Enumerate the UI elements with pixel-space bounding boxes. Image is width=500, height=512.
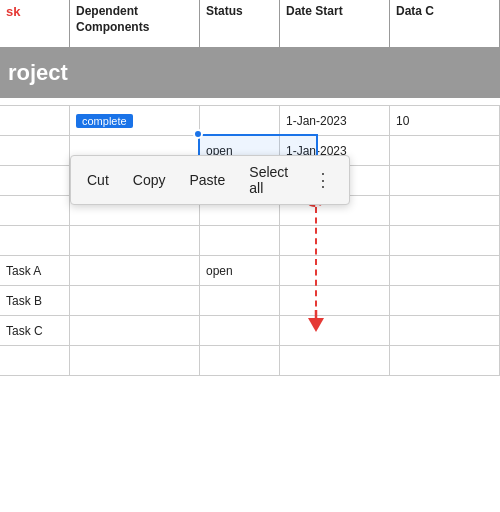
table-row: Task A open <box>0 256 500 286</box>
cell-task-4 <box>0 226 70 255</box>
cell-date-0: 1-Jan-2023 <box>280 106 390 135</box>
cell-date-5 <box>280 256 390 285</box>
cell-status-6 <box>200 286 280 315</box>
cell-dep-6 <box>70 286 200 315</box>
context-menu-cut[interactable]: Cut <box>83 170 113 190</box>
cell-dep-7 <box>70 316 200 345</box>
cell-datac-3 <box>390 196 500 225</box>
main-container: sk Dependent Components Status Date Star… <box>0 0 500 512</box>
col-header-dep: Dependent Components <box>70 0 200 47</box>
cell-status-7 <box>200 316 280 345</box>
context-menu-more-icon[interactable]: ⋮ <box>310 167 337 193</box>
cell-date-4 <box>280 226 390 255</box>
cell-datac-5 <box>390 256 500 285</box>
col-header-datestart: Date Start <box>280 0 390 47</box>
context-menu-bar: Cut Copy Paste Select all ⋮ <box>70 155 350 205</box>
red-arrow-down <box>306 310 326 335</box>
table-row <box>0 226 500 256</box>
cell-dep-5 <box>70 256 200 285</box>
cell-task-0 <box>0 106 70 135</box>
cell-dep-0: complete <box>70 106 200 135</box>
svg-marker-0 <box>308 318 324 332</box>
cell-task-5: Task A <box>0 256 70 285</box>
cell-status-5: open <box>200 256 280 285</box>
cell-status-0 <box>200 106 280 135</box>
col-header-status: Status <box>200 0 280 47</box>
blue-handle-topleft[interactable] <box>193 129 203 139</box>
data-area: complete 1-Jan-2023 10 open 1-Jan-2023 1… <box>0 50 500 512</box>
table-row: Task C <box>0 316 500 346</box>
cell-datac-4 <box>390 226 500 255</box>
cell-task-7: Task C <box>0 316 70 345</box>
spacer-row-1 <box>0 50 500 106</box>
context-menu-paste[interactable]: Paste <box>185 170 229 190</box>
cell-datac-2 <box>390 166 500 195</box>
cell-datac-7 <box>390 316 500 345</box>
complete-badge: complete <box>76 114 133 128</box>
cell-task-6: Task B <box>0 286 70 315</box>
cell-datac-8 <box>390 346 500 375</box>
cell-dep-8 <box>70 346 200 375</box>
cell-task-8 <box>0 346 70 375</box>
cell-task-2 <box>0 166 70 195</box>
col-header-task: sk <box>0 0 70 47</box>
header-row: sk Dependent Components Status Date Star… <box>0 0 500 48</box>
red-dashed-vertical-line <box>315 207 317 317</box>
cell-task-3 <box>0 196 70 225</box>
cell-dep-4 <box>70 226 200 255</box>
table-row: complete 1-Jan-2023 10 <box>0 106 500 136</box>
context-menu-select-all[interactable]: Select all <box>245 162 294 198</box>
cell-date-6 <box>280 286 390 315</box>
cell-datac-6 <box>390 286 500 315</box>
cell-date-7 <box>280 316 390 345</box>
cell-status-8 <box>200 346 280 375</box>
context-menu-copy[interactable]: Copy <box>129 170 170 190</box>
cell-datac-1 <box>390 136 500 165</box>
col-header-datac: Data C <box>390 0 500 47</box>
cell-date-8 <box>280 346 390 375</box>
table-row: Task B <box>0 286 500 316</box>
table-row <box>0 346 500 376</box>
cell-datac-0: 10 <box>390 106 500 135</box>
cell-status-4 <box>200 226 280 255</box>
cell-task-1 <box>0 136 70 165</box>
